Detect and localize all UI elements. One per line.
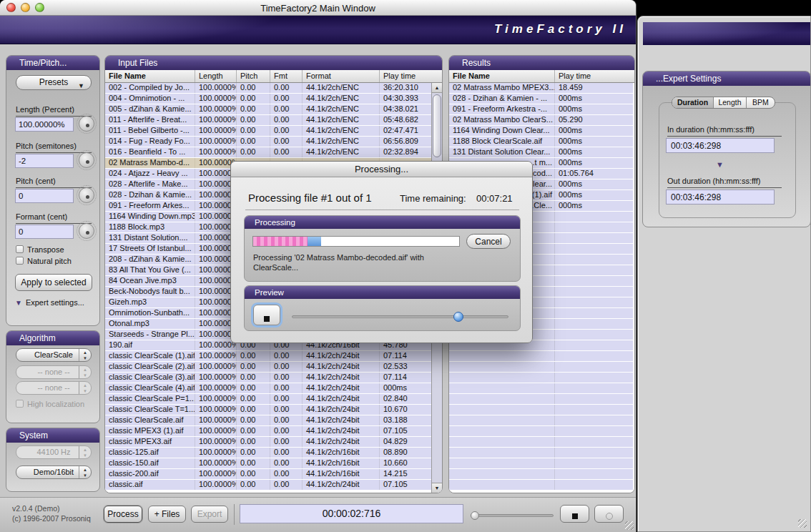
table-row[interactable]: classic MPEX3 (1).aif100.0000%0.000.0044… [105, 426, 431, 437]
preview-slider[interactable] [292, 315, 508, 318]
formant-cent-field[interactable] [15, 225, 74, 239]
processing-group-header: Processing [245, 216, 520, 229]
tab-length[interactable]: Length [714, 97, 747, 108]
resize-grip[interactable] [798, 519, 807, 528]
input-files-title: Input Files [118, 58, 157, 68]
scrollbar-thumb[interactable] [433, 94, 441, 157]
stop-button[interactable] [560, 505, 589, 523]
column-header-length[interactable]: Length [195, 70, 237, 82]
title-bar[interactable]: TimeFactory2 Main Window [0, 0, 636, 16]
length-percent-field[interactable] [15, 117, 74, 132]
table-row[interactable]: 1164 Winding Down Clear...000ms [449, 126, 633, 137]
table-row[interactable] [449, 394, 633, 405]
table-row[interactable]: classic-200.aif100.0000%0.000.0044.1k/2c… [105, 469, 431, 480]
presets-dropdown[interactable]: Presets▼ [16, 75, 92, 90]
table-row[interactable]: classic ClearScale (2).aif100.0000%0.000… [105, 362, 431, 373]
resize-grip[interactable] [625, 521, 634, 530]
preview-slider-knob[interactable] [453, 312, 463, 322]
preview-group-header: Preview [245, 286, 520, 299]
table-row[interactable]: 002 - Compiled by Jo...100.0000%0.000.00… [105, 83, 431, 94]
table-row[interactable]: classic ClearScale P=1...100.0000%0.000.… [105, 394, 431, 405]
column-header-format[interactable]: Format [303, 70, 380, 82]
results-header: Results [449, 56, 634, 70]
column-header-fmt[interactable]: Fmt [270, 70, 303, 82]
table-row[interactable]: classic.aif100.0000%0.000.0044.1k/2ch/24… [105, 480, 431, 491]
table-row[interactable]: 004 - Omnimotion - ...100.0000%0.000.004… [105, 94, 431, 104]
table-row[interactable] [449, 469, 633, 480]
scroll-down-icon[interactable]: ▼ [432, 483, 442, 493]
natural-pitch-checkbox[interactable]: Natural pitch [16, 257, 72, 266]
expert-panel-title: ...Expert Settings [656, 74, 721, 84]
column-header-file-name[interactable]: File Name [105, 70, 195, 82]
table-row[interactable]: 016 - Beanfield - To ...100.0000%0.000.0… [105, 147, 431, 158]
system-title: System [19, 430, 48, 440]
table-row[interactable] [449, 480, 633, 491]
playback-slider-knob[interactable] [471, 511, 479, 520]
disclosure-triangle-icon: ▼ [15, 299, 22, 307]
table-row[interactable]: classic-125.aif100.0000%0.000.0044.1k/2c… [105, 448, 431, 458]
table-row[interactable] [449, 405, 633, 415]
column-header-pitch[interactable]: Pitch [237, 70, 270, 82]
table-row[interactable]: 011 - Afterlife - Breat...100.0000%0.000… [105, 115, 431, 126]
process-button[interactable]: Process [104, 506, 142, 523]
algorithm-select-3-value: -- none -- [37, 383, 69, 392]
algorithm-select-2: -- none --▲▼ [16, 365, 92, 379]
table-row[interactable]: 028 - Dzihan & Kamien - ...000ms [449, 94, 633, 104]
table-row[interactable] [449, 415, 633, 426]
table-row[interactable] [449, 426, 633, 437]
in-duration-field[interactable] [666, 138, 775, 153]
table-row[interactable]: 02 Matrass Mambo ClearS...05.290 [449, 115, 633, 126]
table-row[interactable]: classic ClearScale (1).aif100.0000%0.000… [105, 351, 431, 362]
pitch-semitones-dial-knob[interactable] [79, 152, 94, 168]
transpose-checkbox[interactable]: Transpose [16, 245, 64, 255]
table-row[interactable]: 014 - Fug - Ready Fo...100.0000%0.000.00… [105, 137, 431, 147]
formant-dial-knob[interactable] [79, 223, 94, 239]
table-row[interactable]: classic ClearScale (4).aif100.0000%0.000… [105, 383, 431, 394]
table-row[interactable]: 02 Matrass Mambo MPEX3...18.459 [449, 83, 633, 94]
time-pitch-panel: Time/Pitch... Presets▼ Length (Percent) … [6, 55, 100, 326]
dialog-title-bar[interactable]: Processing... [231, 162, 532, 177]
pitch-cent-dial-knob[interactable] [79, 187, 94, 203]
table-row[interactable]: 1188 Block ClearScale.aif000ms [449, 137, 633, 147]
table-row[interactable]: 005 - dZihan & Kamie...100.0000%0.000.00… [105, 104, 431, 115]
pitch-cent-field[interactable] [15, 189, 74, 203]
table-row[interactable]: classic ClearScale T=1...100.0000%0.000.… [105, 405, 431, 415]
tab-duration[interactable]: Duration [672, 97, 714, 108]
column-header-file-name[interactable]: File Name [449, 70, 555, 82]
table-row[interactable]: classic-150.aif100.0000%0.000.0044.1k/2c… [105, 458, 431, 469]
table-row[interactable] [449, 437, 633, 448]
table-row[interactable]: classic ClearScale.aif100.0000%0.000.004… [105, 415, 431, 426]
checkbox-icon [16, 400, 24, 408]
preview-group-title: Preview [255, 288, 284, 297]
table-row[interactable]: 091 - Freeform Arkestra -...000ms [449, 104, 633, 115]
system-header: System [6, 428, 99, 443]
output-mode-select[interactable]: Demo/16bit▲▼ [16, 466, 92, 479]
table-row[interactable]: classic MPEX3.aif100.0000%0.000.0044.1k/… [105, 437, 431, 448]
apply-to-selected-button[interactable]: Apply to selected [15, 274, 92, 291]
table-row[interactable]: 011 - Bebel Gilberto -...100.0000%0.000.… [105, 126, 431, 137]
pitch-semitones-field[interactable] [15, 154, 74, 168]
time-pitch-title: Time/Pitch... [19, 58, 67, 68]
table-row[interactable]: 131 Distant Solution Clear...000ms [449, 147, 633, 158]
table-row[interactable] [449, 458, 633, 469]
column-header-play-time[interactable]: Play time [380, 70, 442, 82]
table-row[interactable] [449, 448, 633, 458]
algorithm-select-1[interactable]: ClearScale▲▼ [16, 348, 92, 362]
add-files-button[interactable]: + Files [148, 506, 186, 523]
stepper-icon: ▲▼ [79, 446, 91, 458]
column-header-play-time[interactable]: Play time [555, 70, 634, 82]
scroll-up-icon[interactable]: ▲ [432, 83, 442, 93]
table-row[interactable]: classic ClearScale (3).aif100.0000%0.000… [105, 373, 431, 383]
length-dial-knob[interactable] [79, 116, 94, 132]
tab-bpm[interactable]: BPM [747, 97, 775, 108]
high-localization-label: High localization [27, 400, 84, 408]
expert-settings-disclosure[interactable]: ▼Expert settings... [15, 298, 84, 307]
cancel-button[interactable]: Cancel [466, 234, 511, 249]
table-row[interactable] [449, 362, 633, 373]
table-row[interactable] [449, 383, 633, 394]
playback-slider[interactable] [471, 514, 554, 517]
table-row[interactable] [449, 351, 633, 362]
out-duration-field[interactable] [666, 189, 775, 205]
preview-stop-button[interactable] [253, 305, 280, 325]
table-row[interactable] [449, 373, 633, 383]
